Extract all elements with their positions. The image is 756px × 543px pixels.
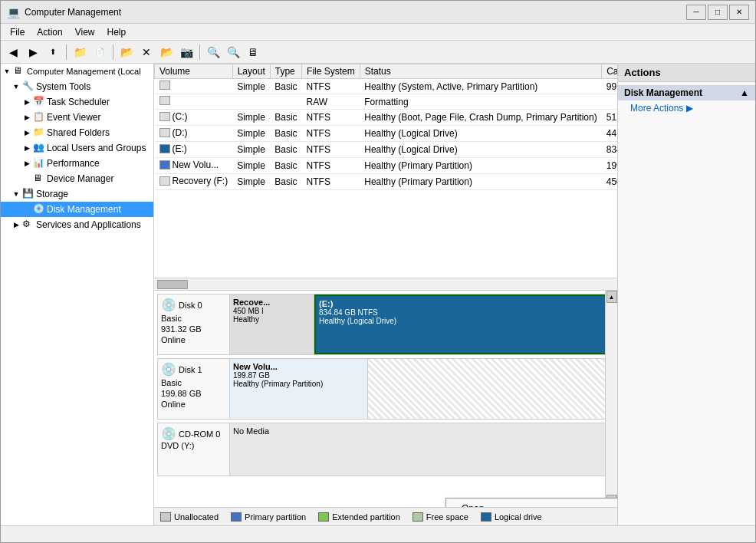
minimize-button[interactable]: ─	[686, 5, 706, 20]
menu-action[interactable]: Action	[31, 25, 68, 39]
users-toggle[interactable]: ▶	[22, 143, 31, 153]
sidebar-item-device-manager[interactable]: 🖥 Device Manager	[1, 171, 153, 186]
cell-status: Healthy (Primary Partition)	[360, 174, 601, 190]
cell-volume: New Volu...	[155, 158, 233, 174]
sidebar-item-disk-management[interactable]: 💿 Disk Management	[1, 202, 153, 217]
cell-cap: 44.0	[602, 126, 617, 142]
disk-scrollbar[interactable]: ▲ ▼	[605, 291, 617, 507]
services-toggle[interactable]: ▶	[12, 220, 21, 229]
storage-toggle[interactable]: ▼	[12, 189, 21, 199]
part-status: Healthy (Primary Partition)	[233, 380, 364, 388]
cell-fs: NTFS	[302, 79, 360, 94]
refresh-btn[interactable]: 🔍	[204, 43, 222, 61]
system-tools-icon: 🔧	[22, 81, 35, 93]
disk0-recovery-part[interactable]: Recove... 450 MB l Healthy	[230, 295, 314, 354]
sidebar-item-task-scheduler[interactable]: ▶ 📅 Task Scheduler	[1, 94, 153, 110]
cell-type: Basic	[270, 126, 301, 142]
task-toggle[interactable]: ▶	[22, 97, 31, 107]
help-tb-btn[interactable]: 🔍	[224, 43, 242, 61]
table-row[interactable]: (D:) Simple Basic NTFS Healthy (Logical …	[155, 126, 618, 142]
sidebar-item-shared-folders[interactable]: ▶ 📁 Shared Folders	[1, 125, 153, 140]
up-button[interactable]: ⬆	[44, 43, 62, 61]
root-toggle[interactable]: ▼	[2, 67, 12, 76]
sidebar-item-storage[interactable]: ▼ 💾 Storage	[1, 186, 153, 202]
cell-type: Basic	[270, 158, 301, 174]
storage-icon: 💾	[22, 188, 35, 200]
users-icon: 👥	[33, 142, 45, 154]
extra-btn[interactable]: 🖥	[244, 43, 262, 61]
window-icon: 💻	[7, 6, 20, 18]
cell-layout: Simple	[232, 158, 270, 174]
sidebar-item-event-viewer[interactable]: ▶ 📋 Event Viewer	[1, 110, 153, 125]
close-button[interactable]: ✕	[729, 5, 749, 20]
sidebar-item-local-users[interactable]: ▶ 👥 Local Users and Groups	[1, 140, 153, 156]
table-row[interactable]: New Volu... Simple Basic NTFS Healthy (P…	[155, 158, 618, 174]
cell-cap	[602, 94, 617, 110]
sidebar-item-services[interactable]: ▶ ⚙ Services and Applications	[1, 217, 153, 232]
event-toggle[interactable]: ▶	[22, 113, 31, 122]
actions-panel: Actions Disk Management ▲ More Actions ▶	[617, 64, 755, 525]
menu-help[interactable]: Help	[101, 25, 133, 39]
disk0-e-part[interactable]: (E:) 834.84 GB NTFS Healthy (Logical Dri…	[314, 295, 613, 354]
disk1-id: 💿Disk 1	[161, 362, 226, 377]
cell-volume: Recovery (F:)	[155, 174, 233, 190]
properties-tb-btn[interactable]: 📷	[177, 43, 196, 61]
task-label: Task Scheduler	[47, 97, 110, 107]
scroll-up[interactable]: ▲	[606, 291, 617, 303]
perf-icon: 📊	[33, 157, 45, 169]
sidebar-item-system-tools[interactable]: ▼ 🔧 System Tools	[1, 79, 153, 94]
main-window: 💻 Computer Management ─ □ ✕ File Action …	[0, 0, 756, 543]
actions-more-actions[interactable]: More Actions ▶	[618, 100, 755, 116]
table-row[interactable]: Recovery (F:) Simple Basic NTFS Healthy …	[155, 174, 618, 190]
storage-label: Storage	[36, 189, 68, 199]
legend-free: Free space	[413, 512, 468, 522]
event-label: Event Viewer	[47, 112, 100, 123]
cell-fs: NTFS	[302, 158, 360, 174]
perf-toggle[interactable]: ▶	[22, 159, 31, 168]
services-icon: ⚙	[22, 219, 35, 231]
col-type: Type	[270, 64, 301, 79]
shared-label: Shared Folders	[47, 127, 110, 138]
disk1-unalloc[interactable]	[368, 359, 613, 419]
maximize-button[interactable]: □	[708, 5, 728, 20]
sidebar-item-performance[interactable]: ▶ 📊 Performance	[1, 156, 153, 171]
cdrom0-part[interactable]: No Media	[230, 423, 614, 476]
menu-view[interactable]: View	[69, 25, 101, 39]
menu-file[interactable]: File	[4, 25, 31, 39]
disk1-type: Basic	[161, 378, 226, 387]
rename-btn[interactable]: ✕	[137, 43, 156, 61]
cell-layout: Simple	[232, 174, 270, 190]
back-button[interactable]: ◀	[4, 43, 22, 61]
cell-type: Basic	[270, 174, 301, 190]
disk1-new-part[interactable]: New Volu... 199.87 GB Healthy (Primary P…	[230, 359, 368, 419]
system-tools-toggle[interactable]: ▼	[12, 82, 21, 91]
col-status: Status	[360, 64, 601, 79]
table-row[interactable]: (C:) Simple Basic NTFS Healthy (Boot, Pa…	[155, 110, 618, 126]
shared-toggle[interactable]: ▶	[22, 128, 31, 137]
cell-cap: 834.	[602, 142, 617, 158]
table-row[interactable]: RAW Formatting	[155, 94, 618, 110]
export-btn[interactable]: 📂	[157, 43, 176, 61]
users-label: Local Users and Groups	[47, 143, 146, 153]
disk-graphical-view: 💿Disk 0 Basic 931.32 GB Online Recove...…	[154, 291, 617, 507]
right-panel: Volume Layout Type File System Status Ca…	[154, 64, 617, 525]
ctx-open[interactable]: Open	[446, 500, 617, 507]
forward-button[interactable]: ▶	[24, 43, 42, 61]
legend-extended-box	[318, 512, 329, 522]
toolbar-sep3	[199, 44, 200, 60]
cell-fs: RAW	[302, 94, 360, 110]
new-btn[interactable]: 📂	[117, 43, 136, 61]
show-hide-btn[interactable]: 📁	[71, 43, 89, 61]
toolbar: ◀ ▶ ⬆ 📁 📄 📂 ✕ 📂 📷 🔍 🔍 🖥	[1, 41, 755, 64]
actions-section-label: Disk Management	[624, 87, 702, 98]
table-row[interactable]: (E:) Simple Basic NTFS Healthy (Logical …	[155, 142, 618, 158]
main-content: ▼ 🖥 Computer Management (Local ▼ 🔧 Syste…	[1, 64, 755, 525]
show-hide-btn2[interactable]: 📄	[90, 43, 109, 61]
legend-unallocated-box	[160, 512, 171, 522]
table-row[interactable]: Simple Basic NTFS Healthy (System, Activ…	[155, 79, 618, 94]
cell-status: Healthy (Boot, Page File, Crash Dump, Pr…	[360, 110, 601, 126]
sidebar-root[interactable]: ▼ 🖥 Computer Management (Local	[1, 64, 153, 79]
legend-bar: Unallocated Primary partition Extended p…	[154, 507, 617, 525]
table-scrollbar[interactable]	[154, 278, 617, 291]
actions-collapse-icon[interactable]: ▲	[740, 87, 749, 98]
